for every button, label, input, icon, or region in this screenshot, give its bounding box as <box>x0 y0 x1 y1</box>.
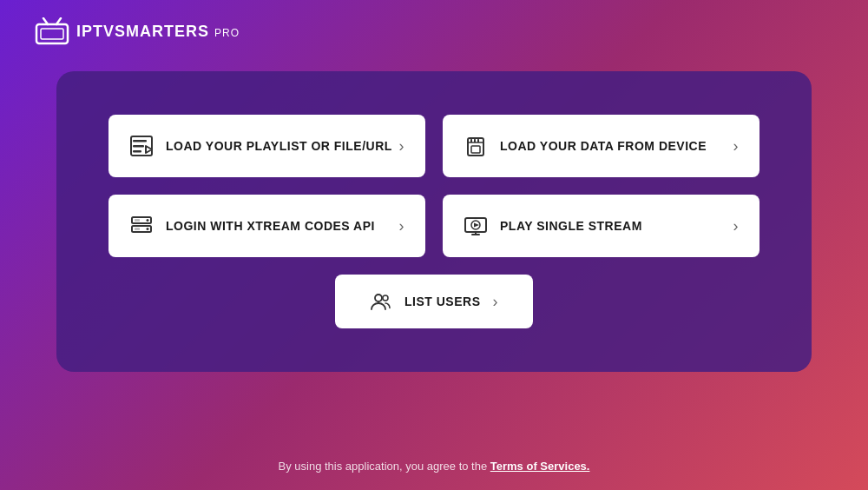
chevron-icon: › <box>733 137 740 156</box>
chevron-icon: › <box>399 137 405 156</box>
svg-rect-3 <box>41 29 63 39</box>
logo-text: IPTVSMARTERS PRO <box>76 23 240 41</box>
xtream-icon <box>129 214 154 238</box>
chevron-icon: › <box>733 217 740 235</box>
svg-rect-19 <box>135 219 140 222</box>
svg-point-26 <box>375 295 382 301</box>
xtream-login-button[interactable]: LOGIN WITH XTREAM CODES API › <box>108 195 425 257</box>
list-users-button[interactable]: LIST USERS › <box>335 275 533 328</box>
svg-rect-5 <box>133 145 144 148</box>
logo-pro: PRO <box>214 27 240 39</box>
main-card: LOAD YOUR PLAYLIST OR FILE/URL › LOAD YO… <box>56 71 812 372</box>
chevron-icon: › <box>492 293 498 311</box>
footer-text: By using this application, you agree to … <box>279 460 490 473</box>
users-icon <box>370 290 392 313</box>
load-device-label: LOAD YOUR DATA FROM DEVICE <box>500 139 707 153</box>
footer: By using this application, you agree to … <box>0 460 868 473</box>
playlist-icon <box>129 134 154 158</box>
svg-rect-20 <box>135 228 140 230</box>
stream-icon <box>464 214 488 238</box>
load-device-button[interactable]: LOAD YOUR DATA FROM DEVICE › <box>443 115 760 177</box>
svg-rect-12 <box>474 139 476 142</box>
svg-rect-13 <box>477 139 479 142</box>
load-playlist-button[interactable]: LOAD YOUR PLAYLIST OR FILE/URL › <box>108 115 425 177</box>
svg-rect-14 <box>471 146 480 153</box>
xtream-login-label: LOGIN WITH XTREAM CODES API <box>166 219 375 233</box>
logo: IPTVSMARTERS PRO <box>35 17 240 45</box>
list-users-label: LIST USERS <box>404 295 480 308</box>
device-icon <box>464 134 488 158</box>
svg-rect-6 <box>133 150 141 153</box>
chevron-icon: › <box>399 217 405 235</box>
play-stream-button[interactable]: PLAY SINGLE STREAM › <box>443 195 760 257</box>
tv-icon <box>35 17 69 45</box>
svg-rect-11 <box>470 139 472 142</box>
svg-marker-7 <box>146 146 152 153</box>
play-stream-label: PLAY SINGLE STREAM <box>500 219 642 233</box>
list-users-row: LIST USERS › <box>108 275 760 328</box>
button-grid: LOAD YOUR PLAYLIST OR FILE/URL › LOAD YO… <box>108 115 760 257</box>
svg-marker-25 <box>474 223 479 228</box>
header: IPTVSMARTERS PRO <box>0 0 868 63</box>
svg-point-27 <box>383 295 388 301</box>
logo-smarters: SMARTERS <box>115 23 209 40</box>
svg-point-17 <box>147 219 149 222</box>
terms-link[interactable]: Terms of Services. <box>490 460 590 473</box>
svg-point-18 <box>147 228 149 230</box>
svg-rect-4 <box>133 140 147 142</box>
logo-iptv: IPTV <box>76 23 115 40</box>
load-playlist-label: LOAD YOUR PLAYLIST OR FILE/URL <box>166 139 392 153</box>
